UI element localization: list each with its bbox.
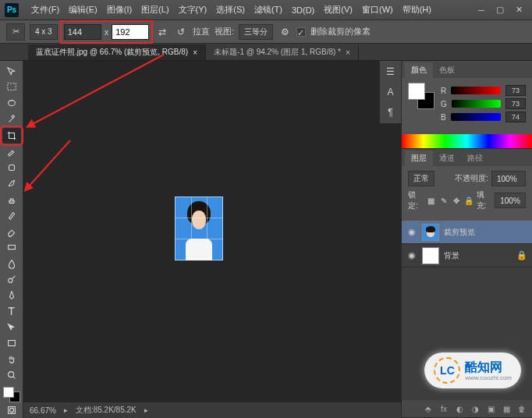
tool-preset-picker[interactable]: ✂ [6, 23, 25, 41]
delete-layer-icon[interactable]: 🗑 [516, 403, 527, 414]
close-icon[interactable]: × [346, 48, 350, 57]
character-panel-icon[interactable]: A [383, 84, 399, 100]
clear-icon[interactable]: ↺ [174, 25, 188, 39]
layer-style-icon[interactable]: fx [438, 403, 449, 414]
menu-edit[interactable]: 编辑(E) [64, 4, 102, 16]
adjustment-layer-icon[interactable]: ◑ [470, 403, 481, 414]
blend-mode-dropdown[interactable]: 正常 [408, 171, 434, 186]
close-button[interactable]: ✕ [510, 4, 527, 16]
shape-tool[interactable] [2, 336, 21, 352]
lock-pixels-icon[interactable]: ✎ [439, 195, 449, 206]
red-slider[interactable] [451, 87, 501, 94]
menu-select[interactable]: 选择(S) [211, 4, 250, 16]
status-arrow-icon[interactable]: ▸ [64, 406, 68, 414]
canvas[interactable]: 66.67% ▸ 文档:85.2K/85.2K ▸ [23, 61, 401, 418]
link-layers-icon[interactable]: ⬘ [423, 403, 434, 414]
quick-mask-tool[interactable] [2, 403, 21, 419]
minimize-button[interactable]: ─ [473, 4, 490, 16]
crop-tool[interactable] [2, 128, 21, 143]
dodge-tool[interactable] [2, 272, 21, 288]
move-tool[interactable] [2, 64, 21, 80]
menu-filter[interactable]: 滤镜(T) [250, 4, 287, 16]
tab-swatches[interactable]: 色板 [433, 62, 461, 78]
layer-row[interactable]: ◉ 裁剪预览 [402, 221, 532, 244]
tab-layers[interactable]: 图层 [405, 151, 433, 166]
aspect-ratio-dropdown[interactable]: 4 x 3 [30, 24, 58, 40]
tab-paths[interactable]: 路径 [461, 151, 489, 166]
lasso-tool[interactable] [2, 96, 21, 112]
marquee-tool[interactable] [2, 80, 21, 96]
svg-rect-5 [8, 341, 15, 346]
maximize-button[interactable]: ▢ [491, 4, 509, 16]
green-value[interactable]: 73 [505, 98, 526, 109]
path-selection-tool[interactable] [2, 320, 21, 335]
layer-name[interactable]: 背景 [444, 250, 459, 261]
eyedropper-tool[interactable] [2, 144, 21, 160]
color-spectrum[interactable] [402, 134, 532, 148]
pen-tool[interactable] [2, 288, 21, 303]
gradient-tool[interactable] [2, 240, 21, 256]
crop-view-dropdown[interactable]: 三等分 [239, 24, 273, 40]
brush-tool[interactable] [2, 176, 21, 192]
tab-channels[interactable]: 通道 [433, 151, 461, 166]
layer-name[interactable]: 裁剪预览 [444, 227, 475, 238]
crop-width-input[interactable] [64, 24, 101, 40]
svg-point-8 [9, 409, 13, 413]
visibility-icon[interactable]: ◉ [406, 227, 417, 237]
new-layer-icon[interactable]: ▦ [501, 403, 512, 414]
crop-options-bar: ✂ 4 x 3 x ⇄ ↺ 拉直 视图: 三等分 ⚙ ✓ 删除裁剪的像素 [0, 20, 532, 44]
blue-slider[interactable] [451, 113, 501, 121]
healing-brush-tool[interactable] [2, 160, 21, 175]
visibility-icon[interactable]: ◉ [406, 250, 417, 260]
crop-height-input[interactable] [112, 24, 149, 40]
layer-mask-icon[interactable]: ◐ [454, 403, 465, 414]
fill-input[interactable]: 100% [495, 193, 526, 208]
blue-value[interactable]: 74 [505, 112, 526, 122]
status-arrow-icon[interactable]: ▸ [144, 406, 148, 414]
opacity-input[interactable]: 100% [491, 171, 526, 186]
magic-wand-tool[interactable] [2, 112, 21, 128]
tab-document-1[interactable]: 蓝底证件照.jpg @ 66.7% (裁剪预览, RGB/8)× [28, 44, 206, 60]
menu-layer[interactable]: 图层(L) [137, 4, 173, 16]
blur-tool[interactable] [2, 256, 21, 271]
close-icon[interactable]: × [193, 48, 197, 57]
crop-preview[interactable] [175, 197, 223, 260]
green-slider[interactable] [452, 100, 501, 108]
menu-view[interactable]: 视图(V) [319, 4, 357, 16]
type-tool[interactable]: T [2, 304, 21, 320]
tab-document-2[interactable]: 未标题-1 @ 94.2% (图层 1, RGB/8) *× [206, 44, 359, 60]
layer-row[interactable]: ◉ 背景 🔒 [402, 244, 532, 267]
eraser-tool[interactable] [2, 224, 21, 239]
lock-position-icon[interactable]: ✥ [452, 195, 461, 206]
menu-type[interactable]: 文字(Y) [174, 4, 212, 16]
hand-tool[interactable] [2, 352, 21, 367]
lock-transparency-icon[interactable]: ▦ [427, 195, 436, 206]
app-logo: Ps [5, 3, 19, 17]
doc-size: 文档:85.2K/85.2K [76, 405, 137, 416]
straighten-label[interactable]: 拉直 [193, 26, 210, 37]
zoom-level[interactable]: 66.67% [30, 406, 56, 415]
clone-stamp-tool[interactable] [2, 192, 21, 207]
menu-help[interactable]: 帮助(H) [398, 4, 436, 16]
menu-window[interactable]: 窗口(W) [357, 4, 398, 16]
delete-cropped-checkbox[interactable]: ✓ [296, 27, 306, 37]
menu-image[interactable]: 图像(I) [102, 4, 137, 16]
color-swatch[interactable] [408, 83, 434, 109]
red-value[interactable]: 73 [505, 85, 526, 96]
menu-file[interactable]: 文件(F) [27, 4, 64, 16]
history-panel-icon[interactable]: ☰ [383, 64, 399, 80]
layer-thumbnail[interactable] [422, 247, 439, 264]
layer-thumbnail[interactable] [422, 224, 439, 241]
zoom-tool[interactable] [2, 368, 21, 384]
new-group-icon[interactable]: ▣ [485, 403, 496, 414]
history-brush-tool[interactable] [2, 208, 21, 224]
svg-point-6 [8, 372, 13, 377]
swap-dimensions-icon[interactable]: ⇄ [155, 25, 169, 39]
collapsed-panel-icons: ☰ A ¶ [379, 61, 401, 123]
lock-all-icon[interactable]: 🔒 [464, 195, 473, 206]
menu-3d[interactable]: 3D(D) [287, 5, 319, 15]
foreground-background-colors[interactable] [3, 387, 20, 402]
paragraph-panel-icon[interactable]: ¶ [383, 104, 399, 120]
settings-gear-icon[interactable]: ⚙ [278, 25, 292, 39]
tab-color[interactable]: 颜色 [405, 62, 433, 78]
